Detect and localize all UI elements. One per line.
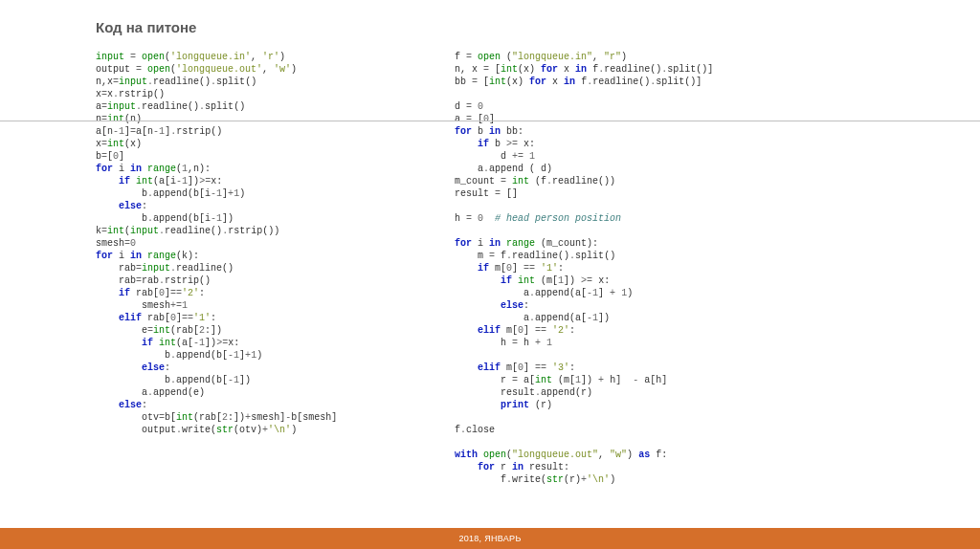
slide-content: Код на питоне input = open('longqueue.in…	[0, 0, 980, 486]
slide-footer: 2018, ЯНВАРЬ	[0, 528, 980, 549]
code-right: f = open ("longqueue.in", "r") n, x = [i…	[455, 51, 713, 486]
horizontal-divider	[0, 121, 980, 121]
code-columns: input = open('longqueue.in', 'r') output…	[96, 51, 884, 486]
code-left: input = open('longqueue.in', 'r') output…	[96, 51, 402, 486]
slide-title: Код на питоне	[96, 19, 884, 35]
